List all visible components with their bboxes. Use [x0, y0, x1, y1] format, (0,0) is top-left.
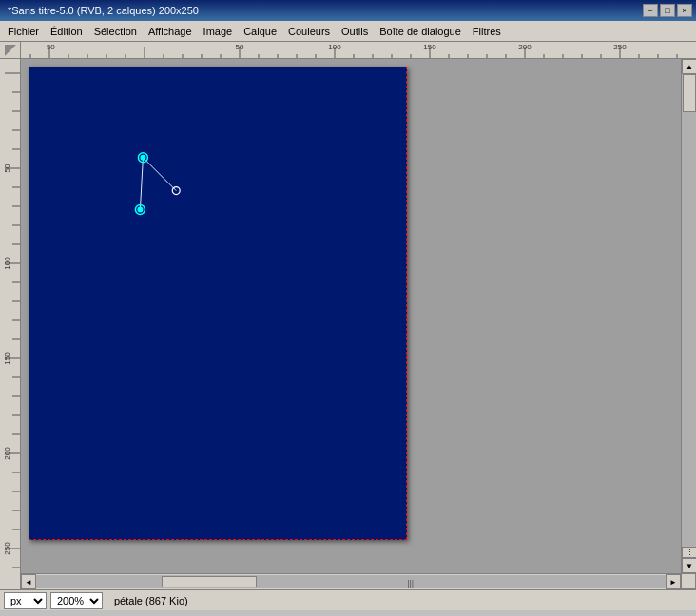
main-area: ▲ ⋮ ▼: [0, 59, 696, 573]
maximize-button[interactable]: □: [660, 4, 675, 17]
menu-outils[interactable]: Outils: [336, 24, 374, 39]
zoom-wrapper: 200% 100% 50% 75% 400%: [50, 592, 103, 609]
svg-marker-0: [5, 45, 16, 56]
svg-point-7: [172, 187, 180, 195]
scroll-left-button[interactable]: ◄: [21, 574, 36, 589]
ruler-left: [0, 59, 21, 573]
scroll-right-thumb[interactable]: [683, 74, 696, 112]
path-overlay: [29, 67, 406, 539]
svg-point-6: [137, 207, 143, 213]
scroll-grip: ⋮: [682, 547, 696, 558]
menu-couleurs[interactable]: Couleurs: [282, 24, 336, 39]
document-canvas: [29, 67, 407, 540]
menu-selection[interactable]: Sélection: [88, 24, 143, 39]
unit-wrapper: px mm cm in: [4, 592, 47, 609]
status-info: pétale (867 Kio): [106, 595, 692, 606]
close-button[interactable]: ×: [677, 4, 692, 17]
scroll-bottom-track[interactable]: |||: [36, 575, 666, 588]
zoom-select[interactable]: 200% 100% 50% 75% 400%: [50, 592, 103, 609]
svg-point-3: [138, 153, 147, 163]
scroll-right-button[interactable]: ►: [666, 574, 681, 589]
scrollbar-bottom: ◄ ||| ►: [21, 573, 681, 589]
ruler-corner: [0, 42, 21, 58]
scroll-bottom-text: |||: [407, 579, 414, 588]
title-bar: *Sans titre-5.0 (RVB, 2 calques) 200x250…: [0, 0, 696, 21]
menu-image[interactable]: Image: [198, 24, 239, 39]
canvas-area[interactable]: [21, 59, 681, 573]
menu-fichier[interactable]: Fichier: [2, 24, 45, 39]
ruler-top-scale: [21, 42, 696, 58]
svg-point-4: [140, 155, 145, 161]
scrollbar-right: ▲ ⋮ ▼: [681, 59, 696, 573]
ruler-top: [0, 42, 696, 59]
menu-edition[interactable]: Édition: [45, 24, 88, 39]
title-buttons: − □ ×: [643, 4, 692, 17]
scroll-right-track[interactable]: [682, 74, 696, 547]
scroll-corner: [681, 573, 696, 589]
title-text: *Sans titre-5.0 (RVB, 2 calques) 200x250: [4, 5, 643, 16]
menu-filtres[interactable]: Filtres: [467, 24, 507, 39]
svg-line-2: [140, 158, 143, 210]
status-bar: px mm cm in 200% 100% 50% 75% 400% pétal…: [0, 589, 696, 610]
bottom-scroll-row: ◄ ||| ►: [0, 573, 696, 589]
menu-boite[interactable]: Boîte de dialogue: [374, 24, 467, 39]
menu-bar: Fichier Édition Sélection Affichage Imag…: [0, 21, 696, 42]
scroll-bottom-thumb[interactable]: [162, 576, 257, 587]
unit-select[interactable]: px mm cm in: [4, 592, 47, 609]
menu-affichage[interactable]: Affichage: [143, 24, 198, 39]
svg-line-1: [143, 158, 176, 191]
minimize-button[interactable]: −: [643, 4, 658, 17]
scroll-down-button[interactable]: ▼: [682, 558, 696, 573]
menu-calque[interactable]: Calque: [238, 24, 282, 39]
svg-point-5: [135, 205, 145, 215]
scroll-up-button[interactable]: ▲: [682, 59, 696, 74]
